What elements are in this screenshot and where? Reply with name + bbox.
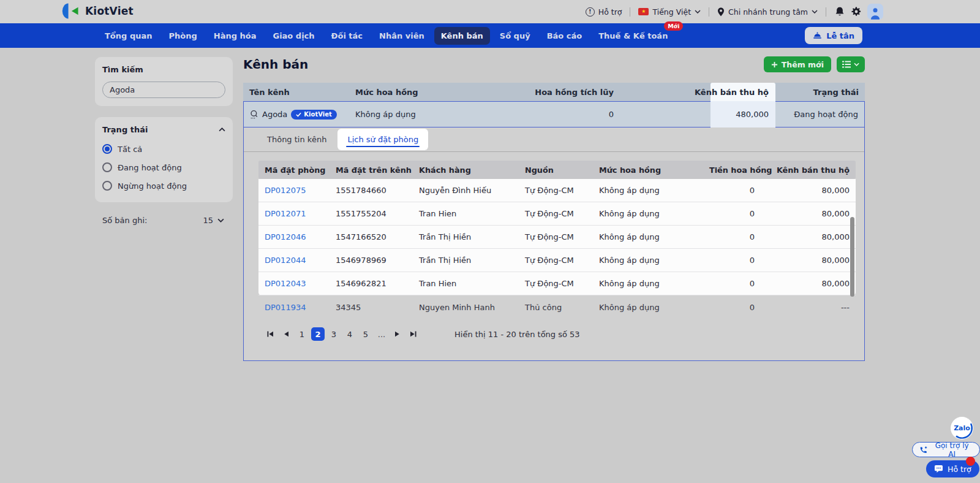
status-option-tat-ca[interactable]: Tất cả bbox=[102, 139, 225, 158]
location-pin-icon bbox=[717, 7, 725, 17]
user-avatar[interactable] bbox=[867, 4, 883, 20]
phone-icon bbox=[919, 446, 927, 454]
nav-item-kenh-ban[interactable]: Kênh bán bbox=[434, 27, 490, 45]
zalo-label: Zalo bbox=[954, 424, 970, 432]
chevron-up-icon bbox=[219, 127, 225, 132]
kiotviet-badge: KiotViet bbox=[291, 110, 336, 120]
status-option-label: Tất cả bbox=[118, 145, 142, 154]
previous-page-button[interactable] bbox=[279, 327, 293, 341]
nav-item-label: Đối tác bbox=[331, 31, 363, 40]
booking-cell: 80,000 bbox=[761, 279, 856, 288]
nav-item-bao-cao[interactable]: Báo cáo bbox=[540, 27, 589, 45]
booking-cell: Không áp dụng bbox=[593, 186, 703, 195]
booking-cell: 0 bbox=[703, 209, 761, 218]
filter-sidebar: Tìm kiếm Trạng thái Tất cảĐang hoạt động… bbox=[95, 57, 233, 225]
add-new-button[interactable]: Thêm mới bbox=[764, 56, 831, 72]
booking-cell: 80,000 bbox=[761, 209, 856, 218]
reception-icon bbox=[813, 31, 822, 40]
page-5[interactable]: 5 bbox=[359, 327, 372, 341]
booking-code-link[interactable]: DP012043 bbox=[258, 279, 330, 288]
nav-item-oi-tac[interactable]: Đối tác bbox=[325, 27, 370, 45]
zalo-button[interactable]: Zalo bbox=[951, 417, 973, 439]
branch-selector[interactable]: Chi nhánh trung tâm bbox=[717, 7, 818, 17]
status-option-label: Đang hoạt động bbox=[118, 163, 182, 172]
radio-icon[interactable] bbox=[102, 162, 112, 172]
booking-code-link[interactable]: DP012071 bbox=[258, 209, 330, 218]
booking-cell: Thủ công bbox=[519, 303, 593, 312]
booking-code-link[interactable]: DP011934 bbox=[258, 303, 330, 312]
scrollbar-thumb[interactable] bbox=[850, 217, 854, 297]
booking-col-kenh-ban-thu-ho: Kênh bán thu hộ bbox=[761, 165, 856, 175]
page-4[interactable]: 4 bbox=[343, 327, 356, 341]
booking-cell: Tran Hien bbox=[413, 279, 519, 288]
expanded-channel-block: Agoda KiotViet Không áp dụng 0 480,000 Đ… bbox=[243, 101, 865, 361]
booking-code-link[interactable]: DP012046 bbox=[258, 232, 330, 242]
reception-button[interactable]: Lễ tân bbox=[805, 27, 862, 44]
channel-commission: Không áp dụng bbox=[349, 110, 525, 119]
support-label: Hỗ trợ bbox=[948, 465, 971, 474]
tab-thong-tin-kenh[interactable]: Thông tin kênh bbox=[263, 129, 330, 150]
nav-item-hang-hoa[interactable]: Hàng hóa bbox=[207, 27, 263, 45]
nav-item-nhan-vien[interactable]: Nhân viên bbox=[372, 27, 431, 45]
booking-cell: Tự Động-CM bbox=[519, 209, 593, 218]
booking-cell: 0 bbox=[703, 232, 761, 242]
page-1[interactable]: 1 bbox=[295, 327, 309, 341]
channel-col-hoa-hong-tich-luy: Hoa hồng tích lũy bbox=[525, 88, 620, 97]
notifications-button[interactable] bbox=[834, 6, 845, 18]
tab-lich-su-at-phong[interactable]: Lịch sử đặt phòng bbox=[337, 129, 428, 150]
booking-code-link[interactable]: DP012044 bbox=[258, 256, 330, 265]
nav-item-label: Báo cáo bbox=[547, 31, 582, 40]
records-label: Số bản ghi: bbox=[102, 216, 147, 225]
radio-icon[interactable] bbox=[102, 181, 112, 191]
nav-item-thue-ke-toan[interactable]: Thuế & Kế toánMới bbox=[592, 27, 674, 45]
booking-cell: Nguyen Minh Hanh bbox=[413, 303, 519, 312]
booking-col-muc-hoa-hong: Mức hoa hồng bbox=[593, 165, 703, 175]
booking-cell: 1551784660 bbox=[330, 186, 413, 195]
status-option-ang-hoat-ong[interactable]: Đang hoạt động bbox=[102, 158, 225, 176]
divider bbox=[630, 7, 630, 17]
records-select[interactable]: 15 bbox=[203, 216, 224, 225]
help-menu[interactable]: ! Hỗ trợ bbox=[586, 7, 622, 17]
search-input[interactable] bbox=[102, 82, 225, 98]
ai-assistant-call-button[interactable]: Gọi trợ lý AI bbox=[912, 442, 980, 457]
status-option-ngung-hoat-ong[interactable]: Ngừng hoạt động bbox=[102, 176, 225, 194]
status-filter-title: Trạng thái bbox=[102, 125, 148, 134]
booking-code-link[interactable]: DP012075 bbox=[258, 186, 330, 195]
booking-cell: Tự Động-CM bbox=[519, 186, 593, 195]
nav-item-tong-quan[interactable]: Tổng quan bbox=[98, 27, 159, 45]
page-3[interactable]: 3 bbox=[327, 327, 341, 341]
reception-label: Lễ tân bbox=[826, 31, 854, 40]
settings-button[interactable] bbox=[851, 6, 862, 17]
page-2[interactable]: 2 bbox=[311, 327, 325, 341]
booking-col-tien-hoa-hong: Tiền hoa hồng bbox=[703, 165, 761, 175]
nav-item-phong[interactable]: Phòng bbox=[162, 27, 203, 45]
status-filter-header[interactable]: Trạng thái bbox=[102, 125, 225, 134]
booking-history-table: Mã đặt phòngMã đặt trên kênhKhách hàngNg… bbox=[258, 161, 856, 360]
booking-cell: Tran Hien bbox=[413, 209, 519, 218]
booking-cell: 34345 bbox=[330, 303, 413, 312]
nav-item-giao-dich[interactable]: Giao dịch bbox=[266, 27, 321, 45]
next-page-button[interactable] bbox=[391, 327, 404, 341]
channel-detail-panel: Thông tin kênhLịch sử đặt phòng Mã đặt p… bbox=[244, 127, 864, 360]
language-selector[interactable]: ★ Tiếng Việt bbox=[638, 7, 701, 17]
search-card: Tìm kiếm bbox=[95, 57, 233, 106]
nav-item-so-quy[interactable]: Sổ quỹ bbox=[493, 27, 537, 45]
booking-cell: Không áp dụng bbox=[593, 209, 703, 218]
language-label: Tiếng Việt bbox=[652, 7, 691, 17]
pagination: 12345... Hiển thị 11 - 20 trên tổng số 5… bbox=[258, 326, 856, 342]
last-page-button[interactable] bbox=[407, 327, 420, 341]
kiotviet-logo-icon bbox=[61, 2, 81, 20]
list-view-menu-button[interactable] bbox=[837, 56, 865, 72]
booking-col-ma-at-tren-kenh: Mã đặt trên kênh bbox=[330, 165, 413, 175]
booking-cell: Tự Động-CM bbox=[519, 279, 593, 288]
booking-row: DP01193434345Nguyen Minh HanhThủ côngKhô… bbox=[258, 295, 856, 319]
chevron-down-icon bbox=[217, 218, 224, 222]
booking-cell: 0 bbox=[703, 186, 761, 195]
first-page-button[interactable] bbox=[263, 327, 277, 341]
nav-item-label: Kênh bán bbox=[441, 31, 483, 40]
radio-selected-icon[interactable] bbox=[102, 144, 112, 154]
records-value: 15 bbox=[203, 216, 213, 225]
add-new-label: Thêm mới bbox=[782, 60, 824, 69]
pagination-summary: Hiển thị 11 - 20 trên tổng số 53 bbox=[454, 330, 580, 339]
nav-item-label: Hàng hóa bbox=[214, 31, 257, 40]
